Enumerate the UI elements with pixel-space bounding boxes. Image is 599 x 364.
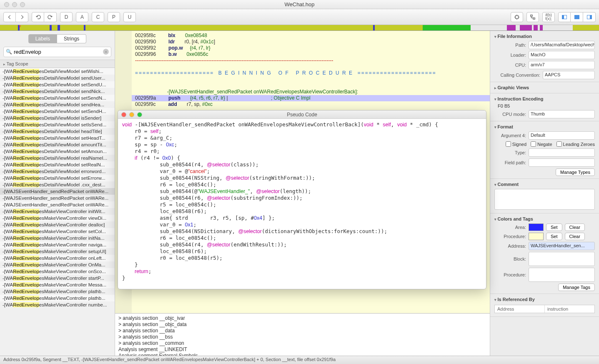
minimap[interactable]: ▾ [0, 25, 599, 31]
label-list-item[interactable]: -[WARedEnvelopesMakeViewController initN… [0, 235, 115, 241]
label-list-item[interactable]: -[WARedEnvelopesMakeViewController start… [0, 275, 115, 281]
label-list-item[interactable]: -[WARedEnvelopesMakeViewController Messa… [0, 281, 115, 288]
label-list-item[interactable]: -[WARedEnvelopesMakeViewController plath… [0, 288, 115, 295]
cpu-icon [514, 14, 520, 20]
label-list-item[interactable]: -[WARedEnvelopesDetailViewModel sendNick… [0, 88, 115, 95]
signed-checkbox[interactable] [506, 141, 511, 147]
label-list-item[interactable]: -[WARedEnvelopesDetailViewModel realName… [0, 155, 115, 161]
procedure-set-button[interactable]: Set [546, 233, 562, 240]
label-list-item[interactable]: -[WARedEnvelopesDetailViewModel setHeadT… [0, 135, 115, 141]
log-line: > analysis section __data [118, 328, 486, 334]
label-list-item[interactable]: -[WARedEnvelopesDetailViewModel headTitl… [0, 128, 115, 135]
search-input[interactable] [3, 47, 111, 57]
label-list-item[interactable]: -[WAJSEventHandler_sendRedPacket onWARe.… [0, 195, 115, 201]
label-list-item[interactable]: -[WARedEnvelopesMakeViewController viewD… [0, 215, 115, 221]
show-right-panel-button[interactable] [583, 12, 596, 22]
log-line: > analysis section __objc_data [118, 321, 486, 328]
path-field[interactable]: /Users/Macmafia/Desktop/wechat/F [529, 41, 595, 49]
label-list-item[interactable]: -[WARedEnvelopesDetailViewModel .cxx_des… [0, 181, 115, 188]
comment-header[interactable]: Comment [490, 181, 599, 188]
label-list-item[interactable]: -[WARedEnvelopesDetailViewModel sendHea.… [0, 101, 115, 108]
label-list-item[interactable]: -[WARedEnvelopesDetailViewModel setRealN… [0, 161, 115, 168]
asm-current-line[interactable]: 00295f9a push {r4, r5, r6, r7, lr} | ; O… [132, 95, 490, 101]
mode-u-button[interactable]: U [123, 12, 136, 22]
label-list-item[interactable]: -[WARedEnvelopesDetailViewModel setError… [0, 175, 115, 181]
procedure-tag-field[interactable] [529, 268, 595, 282]
procedure-color-swatch[interactable] [529, 233, 544, 240]
mode-d-button[interactable]: D [60, 12, 73, 22]
tag-scope-header[interactable]: Tag Scope [0, 60, 115, 68]
cpu-button[interactable] [511, 12, 523, 22]
procedure-clear-button[interactable]: Clear [565, 233, 585, 240]
label-list-item[interactable]: -[WARedEnvelopesDetailViewModel amountTi… [0, 141, 115, 148]
negate-checkbox[interactable] [531, 141, 536, 147]
forward-button[interactable] [16, 12, 28, 22]
area-color-swatch[interactable] [529, 223, 544, 231]
manage-tags-button[interactable]: Manage Tags [558, 284, 595, 291]
disassembly-area: 00295f8c blx 0xe0854800295f90 ldr r0, [r… [115, 31, 490, 356]
clear-search-button[interactable]: ✕ [103, 49, 109, 55]
tab-labels[interactable]: Labels [28, 34, 57, 43]
label-list-item[interactable]: -[WARedEnvelopesMakeViewController numbe… [0, 301, 115, 308]
format-header[interactable]: Format [490, 123, 599, 131]
label-list-item[interactable]: -[WARedEnvelopesMakeViewController deall… [0, 221, 115, 228]
graph-button[interactable] [526, 12, 539, 22]
show-left-panel-button[interactable] [558, 12, 571, 22]
graphic-views-header[interactable]: Graphic Views [490, 84, 599, 91]
calling-convention-select[interactable]: AAPCS [543, 71, 595, 79]
label-list-item[interactable]: -[WARedEnvelopesMakeViewController onSco… [0, 268, 115, 275]
back-button[interactable] [3, 12, 16, 22]
referenced-by-header[interactable]: Is Referenced By [490, 296, 599, 303]
pseudo-button[interactable]: if(b) f(x); [542, 12, 555, 22]
label-list-item[interactable]: -[WARedEnvelopesMakeViewController navig… [0, 241, 115, 248]
references-table[interactable]: Address instruction [494, 305, 595, 313]
label-list-item[interactable]: -[WARedEnvelopesDetailViewModel setWishi… [0, 68, 115, 75]
type-select[interactable] [529, 148, 595, 157]
field-path-select[interactable] [529, 158, 595, 167]
label-list-item[interactable]: -[WARedEnvelopesMakeViewController setCo… [0, 228, 115, 235]
label-list-item[interactable]: -[WARedEnvelopesDetailViewModel isSender… [0, 115, 115, 121]
colors-tags-header[interactable]: Colors and Tags [490, 215, 599, 223]
label-list-item[interactable]: -[WARedEnvelopesDetailViewModel sendUser… [0, 75, 115, 81]
redo-button[interactable] [44, 12, 57, 22]
sidebar: Labels Strings 🔍 ✕ Tag Scope -[WARedEnve… [0, 31, 115, 356]
comment-textarea[interactable] [494, 189, 595, 210]
instruction-encoding-header[interactable]: Instruction Encoding [490, 95, 599, 103]
cpu-field[interactable]: arm/v7 [529, 61, 595, 69]
label-list-item[interactable]: -[WARedEnvelopesMakeViewController setup… [0, 248, 115, 255]
status-bar: Address 0x295f9a, Segment __TEXT, -[WAJS… [0, 356, 599, 364]
mode-a-button[interactable]: A [76, 12, 88, 22]
area-clear-button[interactable]: Clear [565, 223, 585, 231]
label-list-item[interactable]: -[WARedEnvelopesDetailViewModel setSendH… [0, 108, 115, 115]
cpu-mode-select[interactable]: Thumb [529, 110, 595, 118]
label-list-item[interactable]: -[WARedEnvelopesMakeViewController initW… [0, 208, 115, 215]
block-tag-field[interactable] [529, 252, 595, 266]
label-list[interactable]: -[WARedEnvelopesDetailViewModel setWishi… [0, 68, 115, 356]
file-info-header[interactable]: File Information [490, 33, 599, 40]
label-list-item[interactable]: -[WARedEnvelopesDetailViewModel setSendN… [0, 95, 115, 101]
argument4-select[interactable]: Default [529, 131, 595, 140]
mode-c-button[interactable]: C [92, 12, 104, 22]
mode-p-button[interactable]: P [108, 12, 120, 22]
loader-field[interactable]: MachO [529, 51, 595, 59]
label-list-item[interactable]: -[WARedEnvelopesDetailViewModel setIsSen… [0, 121, 115, 128]
pseudo-code-window[interactable]: Pseudo Code void -[WAJSEventHandler_send… [118, 110, 486, 289]
label-list-item[interactable]: -[WAJSEventHandler_sendRedPacket onWARe.… [0, 201, 115, 208]
label-list-item[interactable]: -[WARedEnvelopesMakeViewController onLef… [0, 255, 115, 261]
log-panel[interactable]: > analysis section __objc_ivar> analysis… [115, 313, 490, 356]
address-tag-field[interactable]: WAJSEventHandler_sen... [529, 242, 595, 250]
tab-strings[interactable]: Strings [57, 34, 86, 43]
label-list-item[interactable]: -[WARedEnvelopesDetailViewModel errorwor… [0, 168, 115, 175]
chevron-right-icon [19, 14, 25, 20]
label-list-item[interactable]: -[WARedEnvelopesDetailViewModel setAmoun… [0, 148, 115, 155]
label-list-item[interactable]: -[WARedEnvelopesMakeViewController OnMa.… [0, 261, 115, 268]
label-list-item[interactable]: -[WAJSEventHandler_sendRedPacket onWARe.… [0, 188, 115, 195]
leading-zeroes-checkbox[interactable] [556, 141, 562, 147]
label-list-item[interactable]: -[WARedEnvelopesDetailViewModel setSendU… [0, 81, 115, 88]
pseudo-code-body[interactable]: void -[WAJSEventHandler_sendRedPacket on… [118, 119, 486, 289]
area-set-button[interactable]: Set [546, 223, 562, 231]
show-bottom-panel-button[interactable] [571, 12, 583, 22]
label-list-item[interactable]: -[WARedEnvelopesMakeViewController plath… [0, 295, 115, 301]
manage-types-button[interactable]: Manage Types [556, 168, 595, 176]
undo-button[interactable] [32, 12, 44, 22]
